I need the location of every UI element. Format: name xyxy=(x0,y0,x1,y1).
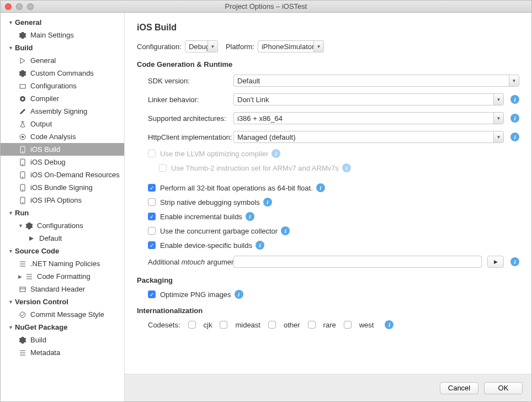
section-packaging: Packaging xyxy=(137,276,519,284)
sidebar-item-commit-style[interactable]: Commit Message Style xyxy=(1,308,124,321)
sidebar-item-output[interactable]: Output xyxy=(1,118,124,130)
sidebar-item-nuget-metadata[interactable]: Metadata xyxy=(1,346,124,359)
svg-point-4 xyxy=(22,136,24,138)
gear-icon xyxy=(18,69,27,78)
llvm-checkbox xyxy=(148,150,156,157)
sdk-select[interactable]: Default ▼ xyxy=(233,75,519,87)
chevron-down-icon: ▼ xyxy=(8,325,14,330)
section-codegen: Code Generation & Runtime xyxy=(137,60,519,68)
sidebar-item-code-formatting[interactable]: ▶ Code Formatting xyxy=(1,270,124,283)
cancel-button[interactable]: Cancel xyxy=(440,382,478,394)
linker-select[interactable]: Don't Link ▼ xyxy=(233,93,504,105)
select-value: Default xyxy=(237,77,260,85)
codeset-cjk: cjk xyxy=(188,321,212,329)
select-value: i386 + x86_64 xyxy=(237,114,283,123)
sidebar-item-ios-debug[interactable]: iOS Debug xyxy=(1,156,124,168)
sidebar-item-label: Standard Header xyxy=(30,285,85,293)
mideast-checkbox[interactable] xyxy=(220,321,227,329)
sidebar-item-label: iOS Debug xyxy=(30,158,66,166)
rare-checkbox[interactable] xyxy=(308,321,316,329)
sidebar-item-ios-bundle-signing[interactable]: iOS Bundle Signing xyxy=(1,181,124,194)
mtouch-label: Additional mtouch arguments: xyxy=(137,258,233,266)
info-icon[interactable]: i xyxy=(510,257,519,266)
info-icon[interactable]: i xyxy=(246,212,254,221)
phone-icon xyxy=(18,171,27,179)
sidebar-item-general[interactable]: General xyxy=(1,54,124,67)
cjk-checkbox[interactable] xyxy=(188,321,196,329)
sidebar-item-label: iOS On-Demand Resources xyxy=(30,171,120,179)
sidebar-group-label: Build xyxy=(15,44,33,52)
row-float: ✓ Perform all 32-bit float operations as… xyxy=(137,183,519,192)
info-icon[interactable]: i xyxy=(510,95,519,104)
select-value: Don't Link xyxy=(237,96,269,104)
chevron-down-icon: ▼ xyxy=(8,248,14,254)
sidebar-group-build[interactable]: ▼ Build xyxy=(1,41,124,54)
sidebar-item-compiler[interactable]: Compiler xyxy=(1,92,124,105)
mtouch-browse-button[interactable]: ▶ xyxy=(487,256,504,268)
chevron-down-icon: ▼ xyxy=(493,94,503,105)
sidebar-item-ios-odr[interactable]: iOS On-Demand Resources xyxy=(1,168,124,181)
http-label: HttpClient implementation: xyxy=(137,133,233,141)
sidebar-item-default[interactable]: Default xyxy=(1,232,124,245)
row-png: ✓ Optimize PNG images i xyxy=(137,290,519,299)
window-body: ▼ General Main Settings ▼ Build General … xyxy=(1,13,531,401)
strip-checkbox[interactable] xyxy=(148,198,156,206)
sidebar-item-configurations[interactable]: Configurations xyxy=(1,80,124,92)
sidebar-item-ios-build[interactable]: iOS Build xyxy=(1,143,124,156)
sidebar-item-standard-header[interactable]: Standard Header xyxy=(1,283,124,295)
arch-select[interactable]: i386 + x86_64 ▼ xyxy=(233,112,504,124)
info-icon[interactable]: i xyxy=(235,290,243,299)
info-icon[interactable]: i xyxy=(263,198,272,207)
svg-point-12 xyxy=(22,189,23,191)
png-checkbox[interactable]: ✓ xyxy=(148,290,156,298)
sidebar-group-vcs[interactable]: ▼ Version Control xyxy=(1,295,124,308)
info-icon[interactable]: i xyxy=(510,133,519,141)
sidebar-item-nuget-build[interactable]: Build xyxy=(1,334,124,346)
sidebar-item-naming[interactable]: .NET Naming Policies xyxy=(1,257,124,270)
info-icon[interactable]: i xyxy=(316,183,325,192)
svg-point-8 xyxy=(22,164,23,165)
float-checkbox[interactable]: ✓ xyxy=(148,184,156,192)
other-checkbox[interactable] xyxy=(268,321,276,329)
sidebar-item-main-settings[interactable]: Main Settings xyxy=(1,29,124,41)
sidebar-item-assembly-signing[interactable]: Assembly Signing xyxy=(1,105,124,118)
sidebar-group-nuget[interactable]: ▼ NuGet Package xyxy=(1,321,124,334)
sidebar-group-source[interactable]: ▼ Source Code xyxy=(1,245,124,257)
device-checkbox[interactable]: ✓ xyxy=(148,241,156,249)
info-icon[interactable]: i xyxy=(510,114,519,123)
gc-checkbox[interactable] xyxy=(148,227,156,235)
http-select[interactable]: Managed (default) ▼ xyxy=(233,131,504,143)
sidebar-group-label: General xyxy=(15,18,41,27)
sidebar-item-custom-commands[interactable]: Custom Commands xyxy=(1,67,124,80)
llvm-label: Use the LLVM optimizing compiler xyxy=(160,150,268,158)
ok-button[interactable]: OK xyxy=(484,382,523,394)
platform-select[interactable]: iPhoneSimulator ▼ xyxy=(258,40,324,52)
dialog-footer: Cancel OK xyxy=(125,374,531,401)
chevron-down-icon: ▼ xyxy=(8,20,14,25)
linker-label: Linker behavior: xyxy=(137,96,233,104)
sidebar-item-run-configurations[interactable]: ▼ Configurations xyxy=(1,219,124,232)
info-icon[interactable]: i xyxy=(256,241,264,250)
play-icon xyxy=(27,234,36,243)
west-checkbox[interactable] xyxy=(344,321,352,329)
sidebar-group-run[interactable]: ▼ Run xyxy=(1,207,124,219)
chevron-down-icon: ▼ xyxy=(509,75,519,86)
sidebar-item-label: Output xyxy=(30,120,52,128)
info-icon[interactable]: i xyxy=(385,320,393,329)
info-icon[interactable]: i xyxy=(281,226,290,235)
configuration-select[interactable]: Debug ▼ xyxy=(185,40,218,52)
gc-label: Use the concurrent garbage collector xyxy=(160,227,278,235)
phone-icon xyxy=(18,145,27,154)
main-panel: iOS Build Configuration: Debug ▼ Platfor… xyxy=(125,13,531,401)
incremental-checkbox[interactable]: ✓ xyxy=(148,213,156,220)
sidebar-group-general[interactable]: ▼ General xyxy=(1,16,124,29)
select-value: Debug xyxy=(189,43,210,51)
mtouch-input[interactable] xyxy=(233,256,482,268)
codeset-west: west xyxy=(344,321,374,329)
sidebar-item-code-analysis[interactable]: Code Analysis xyxy=(1,130,124,143)
list-icon xyxy=(18,348,27,357)
sidebar-item-label: Configurations xyxy=(37,221,83,230)
sidebar-item-ios-ipa[interactable]: iOS IPA Options xyxy=(1,194,124,207)
codesets-label: Codesets: xyxy=(148,321,180,329)
phone-icon xyxy=(18,183,27,192)
